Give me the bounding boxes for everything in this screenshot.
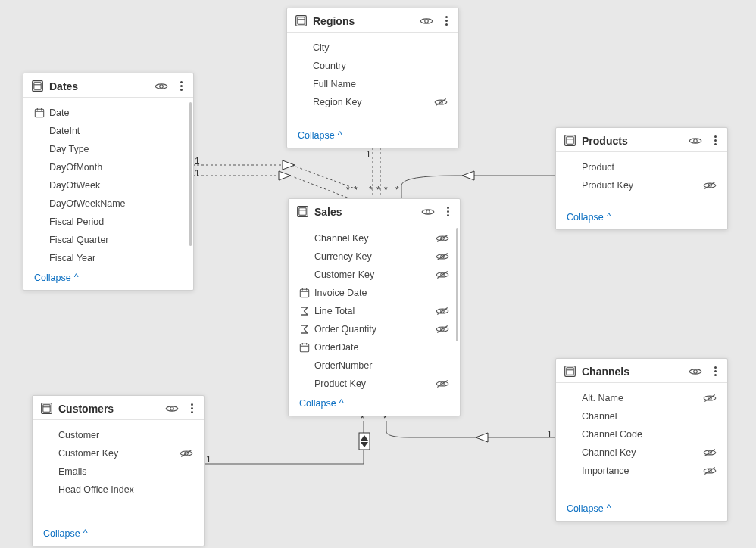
table-regions[interactable]: Regions CityCountryFull NameRegion Key C… xyxy=(286,8,459,148)
field-list: Alt. NameChannelChannel CodeChannel KeyI… xyxy=(556,385,727,497)
collapse-button[interactable]: Collapse^ xyxy=(298,130,342,141)
cardinality-one: 1 xyxy=(366,149,371,160)
more-menu[interactable] xyxy=(442,14,451,27)
collapse-button[interactable]: Collapse^ xyxy=(43,528,88,539)
field-row[interactable]: Product Key xyxy=(289,375,460,391)
field-row[interactable]: Fiscal Quarter xyxy=(23,231,193,249)
svg-rect-49 xyxy=(300,289,308,297)
table-sales[interactable]: Sales Channel KeyCurrency KeyCustomer Ke… xyxy=(288,198,461,416)
field-label: Channel Key xyxy=(582,447,703,458)
field-row[interactable]: Date xyxy=(23,104,193,122)
field-row[interactable]: Invoice Date xyxy=(289,284,460,302)
field-row[interactable]: Currency Key xyxy=(289,248,460,266)
hidden-icon[interactable] xyxy=(703,447,717,458)
hidden-icon[interactable] xyxy=(434,97,448,107)
sum-icon xyxy=(299,306,314,316)
field-label: Order Quantity xyxy=(314,324,436,335)
field-row[interactable]: Customer Key xyxy=(33,444,204,462)
svg-rect-23 xyxy=(35,109,43,117)
field-label: Channel Code xyxy=(582,429,717,440)
collapse-button[interactable]: Collapse^ xyxy=(567,503,611,514)
svg-marker-4 xyxy=(283,160,295,170)
svg-rect-34 xyxy=(567,137,573,144)
more-menu[interactable] xyxy=(444,205,452,218)
field-row[interactable]: OrderNumber xyxy=(289,357,460,375)
table-products[interactable]: Products ProductProduct Key Collapse^ xyxy=(555,127,728,230)
table-icon xyxy=(296,205,309,218)
svg-line-3 xyxy=(290,176,349,198)
hidden-icon[interactable] xyxy=(436,324,449,335)
field-row[interactable]: City xyxy=(287,39,458,57)
cardinality-one: 1 xyxy=(547,429,552,440)
visibility-icon[interactable] xyxy=(689,135,702,146)
hidden-icon[interactable] xyxy=(180,448,193,459)
field-row[interactable]: Order Quantity xyxy=(289,320,460,338)
field-row[interactable]: DayOfMonth xyxy=(23,158,193,176)
hidden-icon[interactable] xyxy=(436,269,449,280)
field-row[interactable]: Product xyxy=(556,158,727,176)
field-row[interactable]: DateInt xyxy=(23,122,193,140)
visibility-icon[interactable] xyxy=(421,207,435,217)
field-row[interactable]: Channel Key xyxy=(289,229,460,248)
field-row[interactable]: Channel xyxy=(556,407,727,425)
collapse-button[interactable]: Collapse^ xyxy=(34,272,79,283)
cardinality-one: 1 xyxy=(195,168,200,179)
field-row[interactable]: Full Name xyxy=(287,75,458,93)
field-row[interactable]: Fiscal Period xyxy=(23,213,193,231)
hidden-icon[interactable] xyxy=(703,465,717,476)
field-row[interactable]: Alt. Name xyxy=(556,389,727,407)
more-menu[interactable] xyxy=(711,365,720,378)
chevron-up-icon: ^ xyxy=(338,129,342,140)
visibility-icon[interactable] xyxy=(155,81,168,92)
field-row[interactable]: Emails xyxy=(33,462,204,481)
scrollbar-thumb[interactable] xyxy=(456,228,458,341)
field-label: Date xyxy=(49,107,183,118)
field-row[interactable]: Day Type xyxy=(23,140,193,158)
visibility-icon[interactable] xyxy=(689,366,702,377)
table-channels[interactable]: Channels Alt. NameChannelChannel CodeCha… xyxy=(555,358,728,522)
field-row[interactable]: Line Total xyxy=(289,302,460,320)
field-label: Channel xyxy=(582,411,717,422)
field-row[interactable]: Product Key xyxy=(556,176,727,195)
field-row[interactable]: Channel Code xyxy=(556,425,727,444)
hidden-icon[interactable] xyxy=(436,251,449,262)
hidden-icon[interactable] xyxy=(703,180,717,191)
hidden-icon[interactable] xyxy=(703,393,717,403)
field-row[interactable]: OrderDate xyxy=(289,338,460,357)
field-row[interactable]: DayOfWeekName xyxy=(23,195,193,213)
more-menu[interactable] xyxy=(177,79,186,92)
hidden-icon[interactable] xyxy=(436,233,449,244)
card-title: Products xyxy=(582,135,689,147)
cardinality-one: 1 xyxy=(195,156,200,167)
field-row[interactable]: Customer Key xyxy=(289,266,460,284)
svg-point-72 xyxy=(694,369,698,373)
field-row[interactable]: Fiscal Year xyxy=(23,249,193,266)
field-label: Fiscal Quarter xyxy=(49,235,183,245)
collapse-button[interactable]: Collapse^ xyxy=(299,398,344,409)
field-label: Currency Key xyxy=(314,251,436,262)
more-menu[interactable] xyxy=(711,134,720,147)
more-menu[interactable] xyxy=(188,402,196,415)
table-icon xyxy=(295,14,308,27)
scrollbar-thumb[interactable] xyxy=(189,102,192,246)
field-row[interactable]: Importance xyxy=(556,462,727,480)
field-row[interactable]: Channel Key xyxy=(556,444,727,462)
visibility-icon[interactable] xyxy=(165,403,179,414)
table-customers[interactable]: Customers CustomerCustomer KeyEmailsHead… xyxy=(32,395,205,546)
hidden-icon[interactable] xyxy=(436,306,449,316)
visibility-icon[interactable] xyxy=(420,16,433,26)
table-dates[interactable]: Dates DateDateIntDay TypeDayOfMonthDayOf… xyxy=(23,73,194,291)
card-title: Regions xyxy=(313,15,420,27)
collapse-button[interactable]: Collapse^ xyxy=(567,212,611,223)
card-title: Dates xyxy=(49,80,155,92)
field-label: DateInt xyxy=(49,126,183,136)
table-icon xyxy=(40,402,53,415)
svg-point-22 xyxy=(160,84,164,88)
field-row[interactable]: DayOfWeek xyxy=(23,176,193,195)
hidden-icon[interactable] xyxy=(436,378,449,389)
field-row[interactable]: Country xyxy=(287,57,458,75)
field-row[interactable]: Head Office Index xyxy=(33,481,204,499)
field-row[interactable]: Region Key xyxy=(287,93,458,111)
card-title: Channels xyxy=(582,366,689,378)
field-row[interactable]: Customer xyxy=(33,426,204,444)
